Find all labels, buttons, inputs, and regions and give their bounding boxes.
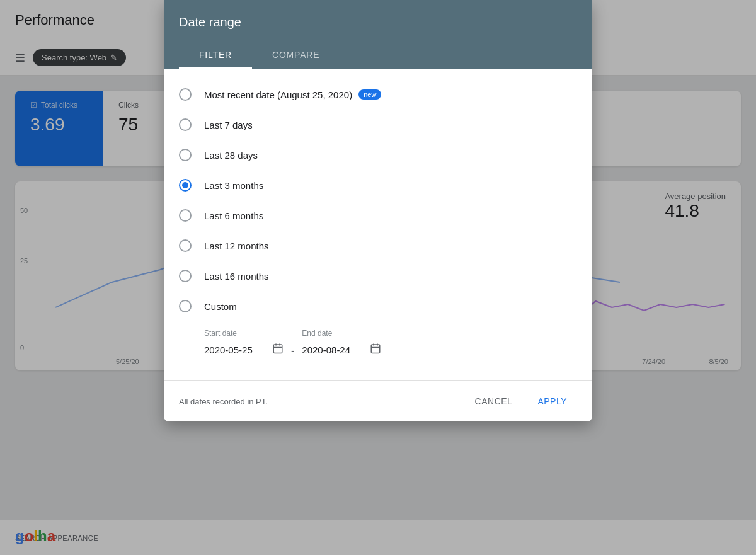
option-most-recent-label: Most recent date (August 25, 2020) new bbox=[204, 89, 381, 100]
dialog-title: Date range bbox=[179, 15, 577, 30]
start-date-label: Start date bbox=[204, 329, 284, 338]
end-date-field[interactable]: 2020-08-24 bbox=[302, 340, 381, 360]
option-last-12m-label: Last 12 months bbox=[204, 241, 269, 251]
radio-last-7[interactable] bbox=[179, 118, 192, 131]
dialog-body: Most recent date (August 25, 2020) new L… bbox=[164, 69, 592, 380]
custom-date-section: Start date 2020-05-25 - bbox=[164, 321, 592, 370]
new-badge: new bbox=[358, 89, 381, 100]
option-last-12m[interactable]: Last 12 months bbox=[164, 231, 592, 261]
end-calendar-icon[interactable] bbox=[370, 343, 381, 357]
option-custom-label: Custom bbox=[204, 301, 237, 312]
svg-rect-4 bbox=[372, 345, 381, 353]
start-date-field[interactable]: 2020-05-25 bbox=[204, 340, 284, 360]
option-last-28-label: Last 28 days bbox=[204, 150, 258, 161]
option-custom[interactable]: Custom bbox=[164, 291, 592, 321]
start-calendar-icon[interactable] bbox=[272, 343, 284, 357]
apply-button[interactable]: APPLY bbox=[527, 391, 577, 411]
date-fields-row: Start date 2020-05-25 - bbox=[204, 329, 577, 360]
option-last-7-label: Last 7 days bbox=[204, 120, 253, 130]
option-last-16m-label: Last 16 months bbox=[204, 271, 269, 282]
end-date-label: End date bbox=[302, 329, 381, 338]
radio-last-3m[interactable] bbox=[179, 179, 192, 192]
radio-last-28[interactable] bbox=[179, 149, 192, 161]
dialog-footer: All dates recorded in PT. CANCEL APPLY bbox=[164, 380, 592, 421]
footer-note: All dates recorded in PT. bbox=[179, 397, 268, 406]
svg-rect-0 bbox=[273, 345, 282, 353]
option-last-28[interactable]: Last 28 days bbox=[164, 140, 592, 170]
date-separator: - bbox=[291, 345, 294, 357]
option-last-3m[interactable]: Last 3 months bbox=[164, 170, 592, 200]
option-most-recent[interactable]: Most recent date (August 25, 2020) new bbox=[164, 79, 592, 110]
option-last-6m[interactable]: Last 6 months bbox=[164, 200, 592, 231]
end-date-value: 2020-08-24 bbox=[302, 345, 365, 355]
end-date-wrapper: End date 2020-08-24 bbox=[302, 329, 381, 360]
radio-most-recent[interactable] bbox=[179, 88, 192, 101]
start-date-value: 2020-05-25 bbox=[204, 345, 267, 355]
tab-compare[interactable]: COMPARE bbox=[252, 42, 340, 69]
cancel-button[interactable]: CANCEL bbox=[465, 391, 523, 411]
dialog-header: Date range FILTER COMPARE bbox=[164, 0, 592, 69]
radio-custom[interactable] bbox=[179, 300, 192, 312]
option-last-3m-label: Last 3 months bbox=[204, 180, 263, 191]
date-range-dialog: Date range FILTER COMPARE Most recent da… bbox=[164, 0, 592, 421]
radio-last-6m[interactable] bbox=[179, 209, 192, 222]
radio-last-12m[interactable] bbox=[179, 239, 192, 252]
option-last-7[interactable]: Last 7 days bbox=[164, 110, 592, 140]
tab-filter[interactable]: FILTER bbox=[179, 42, 252, 69]
dialog-tabs: FILTER COMPARE bbox=[179, 42, 577, 69]
option-last-6m-label: Last 6 months bbox=[204, 210, 263, 221]
radio-last-16m[interactable] bbox=[179, 270, 192, 282]
footer-actions: CANCEL APPLY bbox=[465, 391, 577, 411]
option-last-16m[interactable]: Last 16 months bbox=[164, 261, 592, 291]
start-date-wrapper: Start date 2020-05-25 bbox=[204, 329, 284, 360]
